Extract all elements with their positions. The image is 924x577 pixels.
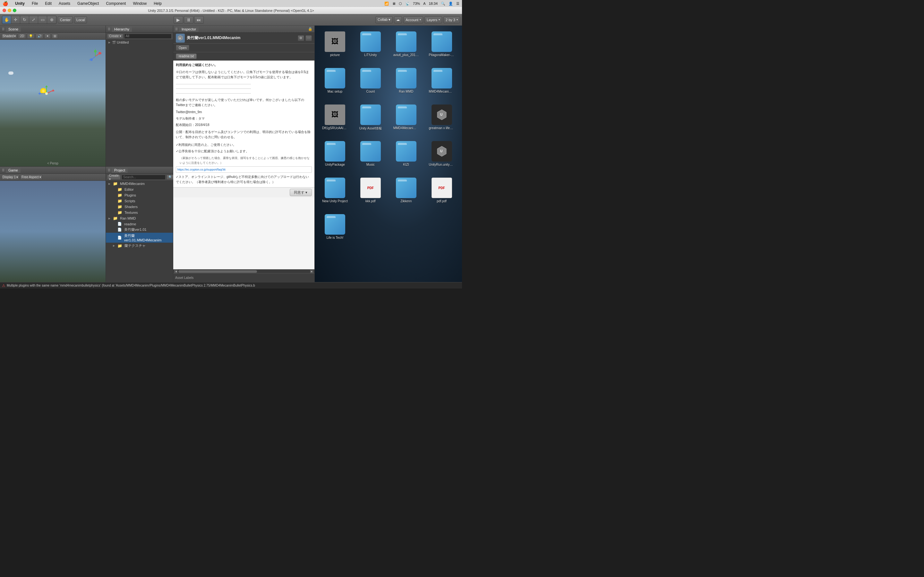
project-item[interactable]: 📁Scripts (106, 198, 173, 204)
desktop-item[interactable]: UUnityRun.unitypackage (425, 139, 459, 174)
apple-menu[interactable]: 🍎 (3, 1, 8, 6)
project-item[interactable]: 📄美竹蘭ver1.01.MMD4Mecanim (106, 233, 173, 243)
tab-inspector[interactable]: Inspector (179, 27, 199, 32)
user-icon[interactable]: 👤 (449, 2, 453, 6)
readme-wrapper[interactable]: 利用規約をご確認ください。 ※口のモーフは併用しないようにしてください。口角下げ… (173, 61, 314, 269)
desktop-item[interactable]: PDFkkk.pdf (353, 175, 388, 210)
tab-project[interactable]: Project (111, 168, 128, 173)
scroll-left-btn[interactable]: ◀ (174, 269, 178, 274)
gizmos-toggle[interactable]: ⊞ (52, 34, 58, 39)
step-button[interactable]: ⏭ (194, 16, 204, 24)
inspector-more-btn[interactable]: ⋯ (305, 35, 312, 41)
desktop-item[interactable]: MMD4Mecanim_Beta_20160815 (425, 65, 459, 101)
shading-dropdown[interactable]: Shaded ▾ (1, 34, 17, 39)
agree-button[interactable]: 同意す ▾ (290, 189, 312, 196)
2d-toggle[interactable]: 2D (18, 34, 26, 39)
menu-window[interactable]: Window (132, 1, 148, 6)
project-menu-icon[interactable]: ☰ (108, 169, 110, 172)
desktop-item[interactable]: KIZI (389, 139, 423, 174)
project-create-btn[interactable]: Create ▾ (107, 175, 121, 180)
hierarchy-search-input[interactable] (124, 34, 172, 39)
menu-edit[interactable]: Edit (44, 1, 53, 6)
rotate-tool[interactable]: ↻ (20, 16, 29, 24)
search-icon[interactable]: 🔍 (441, 2, 445, 6)
play-controls: ▶ ⏸ ⏭ (174, 16, 204, 24)
desktop-item[interactable]: PDFpdf.pdf (425, 175, 459, 210)
layers-dropdown[interactable]: Layers ▾ (425, 16, 442, 23)
inspector-lock[interactable]: 🔒 (308, 27, 312, 31)
hierarchy-item-untitled[interactable]: ▶ 🎬 Untitled (106, 40, 173, 45)
tab-hierarchy[interactable]: Hierarchy (111, 27, 132, 32)
menu-component[interactable]: Component (105, 1, 127, 6)
desktop-item[interactable]: 🖼Dft1gSRUcAAIJP8.jpg-large (318, 102, 352, 137)
inspector-menu-icon[interactable]: ☰ (175, 27, 178, 31)
desktop-item[interactable]: Life is Tech! (318, 211, 352, 247)
project-item[interactable]: ▶📁蘭テクスチャ (106, 243, 173, 249)
project-item[interactable]: 📁Shaders (106, 204, 173, 210)
pause-button[interactable]: ⏸ (184, 16, 194, 24)
desktop-item[interactable]: LiT!Unity (353, 29, 388, 64)
audio-toggle[interactable]: 🔊 (36, 34, 43, 39)
rect-tool[interactable]: ▭ (38, 16, 47, 24)
desktop-item[interactable]: MMD4Mecanim_Beta_20180523 (389, 102, 423, 137)
inspector-settings-btn[interactable]: ⚙ (298, 35, 304, 41)
menu-file[interactable]: File (31, 1, 39, 6)
hand-tool[interactable]: ✋ (2, 16, 11, 24)
move-tool[interactable]: ✛ (11, 16, 20, 24)
menu-gameobject[interactable]: GameObject (76, 1, 100, 6)
tree-arrow: ▶ (108, 217, 111, 220)
cloud-button[interactable]: ☁ (394, 16, 402, 23)
desktop-item[interactable]: Unity Asset情報 (353, 102, 388, 137)
desktop-item[interactable]: 🖼picture (318, 29, 352, 64)
project-search-input[interactable] (121, 175, 166, 180)
desktop-item[interactable]: Count (353, 65, 388, 101)
desktop-item[interactable]: Zikkenn (389, 175, 423, 210)
hierarchy-menu-icon[interactable]: ☰ (108, 27, 110, 31)
scene-panel-menu-icon[interactable]: ☰ (2, 27, 5, 31)
menu-unity[interactable]: Unity (14, 1, 26, 6)
minimize-button[interactable] (8, 9, 11, 12)
list-icon[interactable]: ☰ (456, 2, 459, 6)
project-item[interactable]: 📁Textures (106, 210, 173, 215)
account-dropdown[interactable]: Account ▾ (403, 16, 423, 23)
scroll-right-btn[interactable]: ▶ (310, 269, 314, 274)
display-dropdown[interactable]: Display 1 ▾ (1, 175, 19, 180)
desktop-item[interactable]: Mac setup (318, 65, 352, 101)
desktop-item[interactable]: New Unity Project (318, 175, 352, 210)
local-dropdown[interactable]: Local (74, 16, 87, 23)
desktop-item[interactable]: Ugreatman x lifegame...package (425, 102, 459, 137)
play-button[interactable]: ▶ (174, 16, 183, 24)
transform-tool[interactable]: ⊕ (47, 16, 56, 24)
tab-scene[interactable]: Scene (6, 27, 21, 32)
tab-game[interactable]: Game (6, 168, 21, 173)
lighting-toggle[interactable]: 💡 (27, 34, 35, 39)
readme-url[interactable]: https://ec.crypton.co.jp/support/faq/36 (176, 166, 312, 173)
menu-help[interactable]: Help (152, 1, 163, 6)
close-button[interactable] (3, 9, 6, 12)
project-item[interactable]: 📄readme (106, 221, 173, 227)
maximize-button[interactable] (13, 9, 16, 12)
desktop-item[interactable]: PitagoraMaker-master (425, 29, 459, 64)
project-item[interactable]: 📄美竹蘭ver1.01 (106, 227, 173, 233)
effects-toggle[interactable]: ✦ (44, 34, 51, 39)
desktop-item[interactable]: Music (353, 139, 388, 174)
game-panel-menu-icon[interactable]: ☰ (2, 169, 5, 172)
menu-assets[interactable]: Assets (57, 1, 71, 6)
project-item[interactable]: 📁Plugins (106, 192, 173, 198)
collab-dropdown[interactable]: Collab ▾ (375, 16, 393, 23)
folder-icon: 📁 (113, 181, 118, 186)
open-button[interactable]: Open (176, 45, 189, 51)
desktop-item[interactable]: Ran MMD (389, 65, 423, 101)
desktop-item[interactable]: UnityPackage (318, 139, 352, 174)
scale-tool[interactable]: ⤢ (29, 16, 38, 24)
readme-tab[interactable]: readme.txt (176, 53, 197, 59)
center-dropdown[interactable]: Center (58, 16, 73, 23)
hierarchy-create-btn[interactable]: Create ▾ (107, 34, 123, 39)
aspect-dropdown[interactable]: Free Aspect ▾ (20, 175, 42, 180)
project-item[interactable]: 📁Editor (106, 187, 173, 192)
project-item[interactable]: ▶📁MMD4Mecanim (106, 181, 173, 187)
desktop-item[interactable]: aviutl_plus_20120619 (389, 29, 423, 64)
scroll-thumb[interactable] (178, 270, 257, 273)
layout-dropdown[interactable]: 2 by 3 ▾ (443, 16, 460, 23)
project-item[interactable]: ▶📁Ran MMD (106, 215, 173, 221)
